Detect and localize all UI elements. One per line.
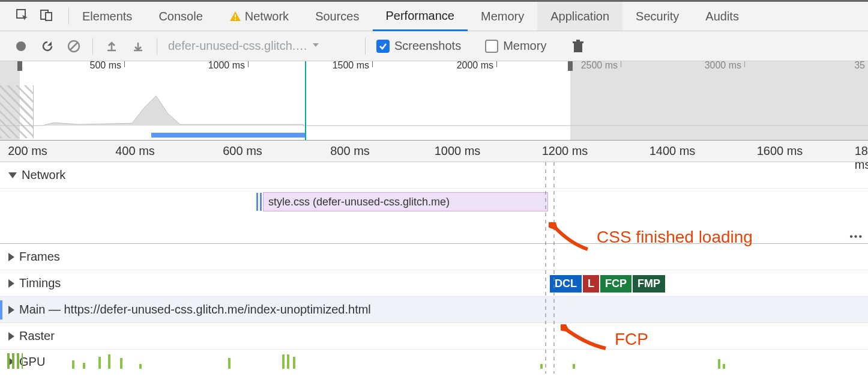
svg-rect-4 bbox=[235, 19, 236, 20]
tab-audits[interactable]: Audits bbox=[692, 2, 752, 31]
overview-tick: 1500 ms bbox=[372, 61, 423, 67]
overview-shade-right bbox=[570, 61, 868, 140]
main-ruler-tick: 1600 ms bbox=[757, 144, 803, 158]
tracks-area: Network style.css (defer-unused-css.glit… bbox=[0, 162, 868, 374]
overview-tick: 2000 ms bbox=[496, 61, 547, 67]
svg-point-5 bbox=[16, 41, 26, 51]
main-ruler-tick: 400 ms bbox=[115, 144, 155, 158]
svg-rect-12 bbox=[576, 40, 580, 41]
devtools-icon-buttons bbox=[0, 8, 68, 25]
overview-tick: 500 ms bbox=[124, 61, 175, 67]
vertical-marker-2 bbox=[553, 162, 555, 374]
main-ruler-tick: 200 ms bbox=[8, 144, 47, 158]
track-label-raster: Raster bbox=[19, 329, 55, 343]
track-header-main[interactable]: Main — https://defer-unused-css.glitch.m… bbox=[0, 297, 868, 323]
badge-fcp[interactable]: FCP bbox=[600, 275, 631, 293]
device-toggle-icon[interactable] bbox=[40, 8, 53, 25]
overview-handle-right[interactable] bbox=[568, 61, 573, 71]
svg-rect-3 bbox=[235, 14, 236, 17]
devtools-tab-bar: Elements Console Network Sources Perform… bbox=[0, 0, 868, 31]
track-header-network[interactable]: Network bbox=[0, 162, 868, 189]
annotation-css-finished-label: CSS finished loading bbox=[597, 228, 753, 247]
ellipsis-icon: ••• bbox=[849, 231, 863, 242]
gpu-activity-marks bbox=[18, 354, 868, 369]
main-ruler[interactable]: 200 ms400 ms600 ms800 ms1000 ms1200 ms14… bbox=[0, 141, 868, 162]
timing-badges: DCL L FCP FMP bbox=[550, 275, 665, 293]
expand-triangle-right-icon bbox=[8, 253, 14, 261]
checkbox-checked-icon bbox=[376, 40, 390, 53]
badge-fmp[interactable]: FMP bbox=[633, 275, 665, 293]
main-ruler-tick: 800 ms bbox=[330, 144, 370, 158]
memory-toggle[interactable]: Memory bbox=[485, 39, 546, 53]
save-profile-button[interactable] bbox=[130, 38, 146, 54]
track-header-timings[interactable]: Timings DCL L FCP FMP bbox=[0, 270, 868, 297]
warning-icon bbox=[229, 10, 241, 22]
performance-toolbar: defer-unused-css.glitch.… Screenshots Me… bbox=[0, 31, 868, 61]
recording-selector-label: defer-unused-css.glitch.… bbox=[168, 39, 307, 53]
svg-rect-10 bbox=[574, 43, 582, 52]
overview-tick: 1000 ms bbox=[248, 61, 299, 67]
expand-triangle-right-icon bbox=[8, 279, 14, 288]
svg-rect-2 bbox=[46, 13, 52, 20]
garbage-collect-button[interactable] bbox=[570, 38, 586, 54]
network-request-bar[interactable]: style.css (defer-unused-css.glitch.me) bbox=[263, 192, 548, 211]
overview-timeline[interactable]: 500 ms1000 ms1500 ms2000 ms2500 ms3000 m… bbox=[0, 61, 868, 141]
track-header-gpu[interactable]: GPU bbox=[0, 350, 868, 374]
recording-selector[interactable]: defer-unused-css.glitch.… bbox=[168, 39, 354, 53]
main-ruler-tick: 600 ms bbox=[223, 144, 262, 158]
expand-triangle-down-icon bbox=[8, 172, 17, 178]
overview-shade-left bbox=[0, 61, 20, 140]
tab-security[interactable]: Security bbox=[622, 2, 692, 31]
chevron-down-icon bbox=[311, 39, 321, 53]
main-ruler-tick: 1400 ms bbox=[649, 144, 696, 158]
tab-elements[interactable]: Elements bbox=[69, 2, 145, 31]
checkbox-unchecked-icon bbox=[485, 40, 498, 53]
main-ruler-tick: 1000 ms bbox=[435, 144, 481, 158]
tab-network[interactable]: Network bbox=[216, 2, 302, 31]
overview-range-bar bbox=[151, 133, 305, 138]
clear-button[interactable] bbox=[66, 38, 82, 54]
tab-console[interactable]: Console bbox=[145, 2, 215, 31]
annotation-css-finished: CSS finished loading bbox=[549, 222, 753, 252]
vertical-marker-1 bbox=[545, 162, 546, 374]
screenshots-label: Screenshots bbox=[394, 39, 461, 53]
reload-record-button[interactable] bbox=[40, 38, 55, 54]
load-profile-button[interactable] bbox=[104, 38, 119, 54]
screenshots-toggle[interactable]: Screenshots bbox=[376, 39, 461, 53]
svg-rect-11 bbox=[573, 41, 583, 43]
track-label-timings: Timings bbox=[19, 276, 61, 290]
main-ruler-tick: 1200 ms bbox=[542, 144, 588, 158]
expand-triangle-right-icon bbox=[8, 332, 14, 341]
overview-teal-marker bbox=[305, 61, 306, 140]
main-track-accent bbox=[0, 300, 2, 320]
tab-performance[interactable]: Performance bbox=[373, 2, 468, 31]
track-label-network: Network bbox=[22, 168, 65, 182]
overview-handle-left[interactable] bbox=[17, 61, 22, 71]
tab-network-label: Network bbox=[245, 10, 289, 23]
tab-application[interactable]: Application bbox=[537, 2, 622, 31]
network-request-label: style.css (defer-unused-css.glitch.me) bbox=[268, 196, 450, 208]
annotation-fcp-label: FCP bbox=[615, 330, 648, 349]
track-header-raster[interactable]: Raster bbox=[0, 323, 868, 350]
inspect-element-icon[interactable] bbox=[16, 8, 29, 25]
annotation-fcp: FCP bbox=[561, 324, 648, 354]
tab-sources[interactable]: Sources bbox=[302, 2, 372, 31]
svg-line-7 bbox=[70, 43, 77, 50]
tab-memory[interactable]: Memory bbox=[468, 2, 537, 31]
badge-load[interactable]: L bbox=[583, 275, 599, 293]
memory-label: Memory bbox=[503, 39, 546, 53]
expand-triangle-right-icon bbox=[8, 306, 14, 314]
track-label-frames: Frames bbox=[19, 250, 60, 264]
record-button[interactable] bbox=[13, 38, 29, 54]
track-label-main: Main — https://defer-unused-css.glitch.m… bbox=[19, 303, 371, 317]
